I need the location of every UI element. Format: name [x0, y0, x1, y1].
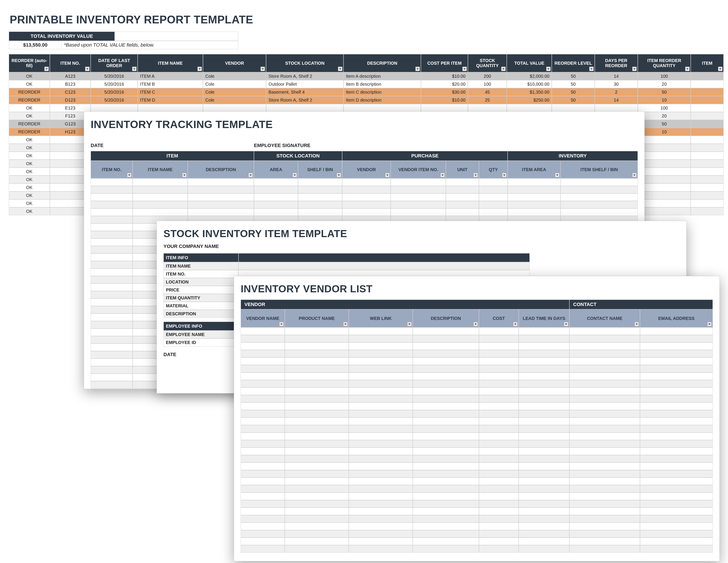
s1-col-1[interactable]: ITEM NO.	[50, 54, 91, 72]
s4-row[interactable]	[241, 523, 719, 530]
s4-row[interactable]	[241, 328, 719, 335]
s1-col-2[interactable]: DATE OF LAST ORDER	[91, 54, 138, 72]
filter-dropdown-icon[interactable]	[473, 173, 478, 177]
s2-col-6[interactable]: VENDOR ITEM NO.	[391, 161, 446, 178]
s4-row[interactable]	[241, 545, 719, 553]
filter-dropdown-icon[interactable]	[293, 173, 297, 177]
filter-dropdown-icon[interactable]	[589, 67, 594, 71]
filter-dropdown-icon[interactable]	[44, 67, 49, 71]
s4-row[interactable]	[241, 380, 719, 388]
s4-row[interactable]	[241, 403, 719, 410]
filter-dropdown-icon[interactable]	[385, 173, 390, 177]
s1-row-3[interactable]: REORDERD1235/20/2016ITEM DColeStore Room…	[9, 96, 724, 104]
s2-col-4[interactable]: SHELF / BIN	[298, 161, 342, 178]
s2-col-7[interactable]: UNIT	[446, 161, 479, 178]
s4-row[interactable]	[241, 395, 719, 403]
filter-dropdown-icon[interactable]	[564, 322, 568, 326]
s4-row[interactable]	[241, 433, 719, 440]
filter-dropdown-icon[interactable]	[462, 67, 467, 71]
filter-dropdown-icon[interactable]	[85, 67, 90, 71]
s1-row-1[interactable]: OKB1235/20/2016ITEM BColeOutdoor PalletI…	[9, 80, 724, 88]
s4-row[interactable]	[241, 365, 719, 373]
s4-col-7[interactable]: EMAIL ADDRESS	[640, 309, 713, 328]
filter-dropdown-icon[interactable]	[415, 67, 420, 71]
s4-col-1[interactable]: PRODUCT NAME	[285, 309, 349, 328]
s1-col-13[interactable]: ITEM	[691, 54, 724, 72]
s4-row[interactable]	[241, 493, 719, 500]
s2-col-0[interactable]: ITEM NO.	[91, 161, 133, 178]
s4-row[interactable]	[241, 335, 719, 343]
filter-dropdown-icon[interactable]	[513, 322, 518, 326]
s4-col-0[interactable]: VENDOR NAME	[241, 309, 285, 328]
s4-row[interactable]	[241, 373, 719, 380]
s2-row[interactable]	[91, 178, 644, 186]
s1-col-3[interactable]: ITEM NAME	[138, 54, 203, 72]
filter-dropdown-icon[interactable]	[632, 67, 637, 71]
s2-row[interactable]	[91, 186, 644, 193]
s4-row[interactable]	[241, 515, 719, 523]
s4-row[interactable]	[241, 410, 719, 418]
s4-row[interactable]	[241, 343, 719, 350]
s4-row[interactable]	[241, 448, 719, 455]
s4-col-2[interactable]: WEB LINK	[349, 309, 413, 328]
s1-col-7[interactable]: COST PER ITEM	[421, 54, 468, 72]
s1-row-0[interactable]: OKA1235/20/2016ITEM AColeStore Room A, S…	[9, 72, 724, 80]
s4-row[interactable]	[241, 418, 719, 425]
s4-row[interactable]	[241, 530, 719, 538]
s2-row[interactable]	[91, 208, 644, 216]
s2-col-1[interactable]: ITEM NAME	[133, 161, 188, 178]
s1-col-9[interactable]: TOTAL VALUE	[507, 54, 552, 72]
s4-row[interactable]	[241, 500, 719, 508]
s1-col-4[interactable]: VENDOR	[203, 54, 266, 72]
s1-col-8[interactable]: STOCK QUANTITY	[468, 54, 507, 72]
s4-row[interactable]	[241, 508, 719, 515]
filter-dropdown-icon[interactable]	[501, 67, 506, 71]
s1-col-10[interactable]: REORDER LEVEL	[552, 54, 595, 72]
filter-dropdown-icon[interactable]	[197, 67, 202, 71]
filter-dropdown-icon[interactable]	[634, 322, 639, 326]
filter-dropdown-icon[interactable]	[707, 322, 712, 326]
s2-row[interactable]	[91, 201, 644, 208]
s4-row[interactable]	[241, 455, 719, 463]
filter-dropdown-icon[interactable]	[407, 322, 412, 326]
s4-row[interactable]	[241, 388, 719, 395]
s2-row[interactable]	[91, 193, 644, 201]
filter-dropdown-icon[interactable]	[546, 67, 551, 71]
filter-dropdown-icon[interactable]	[440, 173, 445, 177]
filter-dropdown-icon[interactable]	[132, 67, 137, 71]
s4-row[interactable]	[241, 485, 719, 493]
filter-dropdown-icon[interactable]	[343, 322, 348, 326]
s4-row[interactable]	[241, 478, 719, 485]
s2-col-5[interactable]: VENDOR	[342, 161, 391, 178]
filter-dropdown-icon[interactable]	[182, 173, 187, 177]
s4-col-3[interactable]: DESCRIPTION	[413, 309, 479, 328]
s2-col-10[interactable]: ITEM SHELF / BIN	[561, 161, 638, 178]
s1-col-6[interactable]: DESCRIPTION	[343, 54, 421, 72]
s4-col-5[interactable]: LEAD TIME IN DAYS	[519, 309, 569, 328]
filter-dropdown-icon[interactable]	[261, 67, 265, 71]
s4-row[interactable]	[241, 440, 719, 448]
s1-col-12[interactable]: ITEM REORDER QUANTITY	[638, 54, 691, 72]
s4-col-4[interactable]: COST	[479, 309, 519, 328]
s1-row-4[interactable]: OKE123100	[9, 104, 724, 112]
s1-col-0[interactable]: REORDER (auto-fill)	[9, 54, 50, 72]
s4-row[interactable]	[241, 470, 719, 478]
filter-dropdown-icon[interactable]	[279, 322, 284, 326]
s1-row-2[interactable]: REORDERC1235/20/2016ITEM CColeBasement, …	[9, 88, 724, 96]
filter-dropdown-icon[interactable]	[473, 322, 478, 326]
filter-dropdown-icon[interactable]	[555, 173, 559, 177]
filter-dropdown-icon[interactable]	[337, 173, 341, 177]
filter-dropdown-icon[interactable]	[127, 173, 131, 177]
filter-dropdown-icon[interactable]	[632, 173, 637, 177]
filter-dropdown-icon[interactable]	[718, 67, 722, 71]
s4-row[interactable]	[241, 358, 719, 365]
filter-dropdown-icon[interactable]	[502, 173, 507, 177]
s4-row[interactable]	[241, 425, 719, 433]
s4-row[interactable]	[241, 538, 719, 545]
filter-dropdown-icon[interactable]	[685, 67, 690, 71]
s2-col-2[interactable]: DESCRIPTION	[188, 161, 254, 178]
s4-row[interactable]	[241, 350, 719, 358]
s2-col-3[interactable]: AREA	[254, 161, 298, 178]
filter-dropdown-icon[interactable]	[248, 173, 253, 177]
s3-item-value[interactable]	[238, 262, 530, 270]
